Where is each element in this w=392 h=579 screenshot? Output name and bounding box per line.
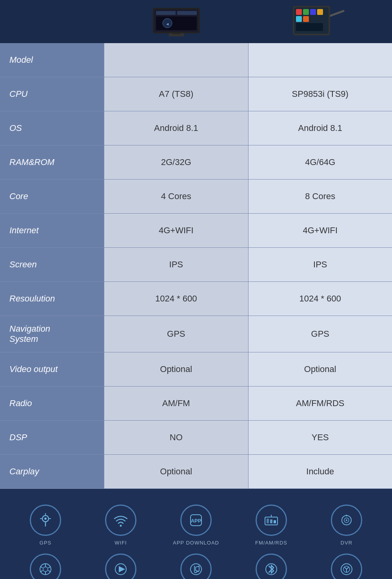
svg-rect-15: [317, 9, 323, 15]
row-value1-radio: AM/FM: [104, 387, 249, 420]
swc-icon-circle: [30, 554, 61, 579]
wifi-icon: [112, 512, 129, 529]
feature-gps: GPS: [14, 505, 77, 546]
comparison-table: Model CPU A7 (TS8) SP9853i (TS9) OS Andr…: [0, 43, 392, 489]
fm-label: FM/AM/RDS: [255, 540, 287, 546]
fm-icon-circle: [256, 505, 287, 536]
video-icon: [112, 561, 129, 578]
row-value1-internet: 4G+WIFI: [104, 214, 249, 247]
row-value1-ram: 2G/32G: [104, 145, 249, 179]
table-row-os: OS Android 8.1 Android 8.1: [0, 111, 392, 145]
row-label-os: OS: [0, 111, 104, 145]
feature-wifi: WIFI: [89, 505, 152, 546]
row-value2-cpu: SP9853i (TS9): [249, 77, 392, 111]
swc-icon: [37, 561, 54, 578]
row-label-core: Core: [0, 180, 104, 213]
table-row-video-output: Video output Optional Optional: [0, 352, 392, 387]
bluetooth-icon-circle: [256, 554, 287, 579]
table-row-dsp: DSP NO YES: [0, 421, 392, 455]
row-label-video-output: Video output: [0, 352, 104, 386]
dvr-icon-circle: [331, 505, 362, 536]
svg-rect-30: [270, 519, 272, 523]
music-icon-circle: [180, 554, 212, 579]
svg-point-38: [43, 567, 48, 572]
product2-image: [289, 4, 352, 39]
row-label-carplay: Carplay: [0, 455, 104, 488]
feature-fm: FM/AM/RDS: [240, 505, 303, 546]
row-label-radio: Radio: [0, 387, 104, 420]
row-value2-internet: 4G+WIFI: [249, 214, 392, 247]
row-value2-carplay: Include: [249, 455, 392, 488]
feature-app: APP APP DOWNLOAD: [165, 505, 227, 546]
svg-rect-4: [156, 11, 176, 15]
row-value2-resolution: 1024 * 600: [249, 282, 392, 316]
table-row-ram: RAM&ROM 2G/32G 4G/64G: [0, 145, 392, 180]
row-value1-resolution: 1024 * 600: [104, 282, 249, 316]
svg-rect-5: [177, 11, 197, 15]
row-value1-dsp: NO: [104, 421, 249, 454]
row-value1-os: Android 8.1: [104, 111, 249, 145]
table-row-core: Core 4 Cores 8 Cores: [0, 180, 392, 214]
row-value1-screen: IPS: [104, 248, 249, 281]
svg-rect-31: [274, 520, 276, 523]
music-icon: [187, 561, 205, 578]
svg-rect-18: [296, 23, 323, 31]
row-value2-ram: 4G/64G: [249, 145, 392, 179]
app-icon-circle: APP: [180, 505, 212, 536]
fm-icon: [263, 512, 280, 529]
row-value2-radio: AM/FM/RDS: [249, 387, 392, 420]
row-label-screen: Screen: [0, 248, 104, 281]
row-value1-navigation: GPS: [104, 316, 249, 352]
feature-tpms: TPMS: [315, 554, 378, 579]
wifi-icon-circle: [105, 505, 136, 536]
feature-music: MUSIC PLAYER: [165, 554, 227, 579]
dvr-label: DVR: [341, 540, 352, 546]
svg-rect-12: [296, 9, 302, 15]
tpms-icon-circle: [331, 554, 362, 579]
feature-bluetooth: BLUETOOTH: [240, 554, 303, 579]
app-icon: APP: [187, 512, 205, 529]
svg-rect-17: [303, 16, 309, 22]
svg-text:APP: APP: [191, 518, 201, 524]
table-row-radio: Radio AM/FM AM/FM/RDS: [0, 387, 392, 421]
row-label-internet: Internet: [0, 214, 104, 247]
header-label-cell: [0, 0, 104, 43]
bluetooth-icon: [263, 561, 280, 578]
row-value2-dsp: YES: [249, 421, 392, 454]
row-label-ram: RAM&ROM: [0, 145, 104, 179]
features-row-2: SWC VIDEO PLAYER MUSIC PLAYER: [8, 554, 384, 579]
svg-text:◀: ◀: [166, 22, 169, 26]
table-row-internet: Internet 4G+WIFI 4G+WIFI: [0, 214, 392, 248]
row-label-navigation: Navigation System: [0, 316, 104, 352]
svg-rect-6: [156, 16, 197, 30]
row-value2-screen: IPS: [249, 248, 392, 281]
svg-point-25: [120, 525, 122, 527]
table-row-cpu: CPU A7 (TS8) SP9853i (TS9): [0, 77, 392, 111]
row-value2-core: 8 Cores: [249, 180, 392, 213]
table-row-navigation: Navigation System GPS GPS: [0, 316, 392, 352]
feature-video: VIDEO PLAYER: [89, 554, 152, 579]
row-label-cpu: CPU: [0, 77, 104, 111]
feature-dvr: DVR: [315, 505, 378, 546]
video-icon-circle: [105, 554, 136, 579]
row-label-resolution: Resoulution: [0, 282, 104, 316]
tpms-icon: [338, 561, 355, 578]
table-row-screen: Screen IPS IPS: [0, 248, 392, 282]
product2-header: [248, 0, 392, 43]
svg-rect-29: [267, 519, 269, 523]
svg-rect-14: [310, 9, 316, 15]
row-value1-carplay: Optional: [104, 455, 249, 488]
app-label: APP DOWNLOAD: [173, 540, 219, 546]
row-value1-video-output: Optional: [104, 352, 249, 386]
row-value2-navigation: GPS: [249, 316, 392, 352]
wifi-label: WIFI: [114, 540, 127, 546]
table-row-model: Model: [0, 43, 392, 77]
table-row-resolution: Resoulution 1024 * 600 1024 * 600: [0, 282, 392, 316]
feature-swc: SWC: [14, 554, 77, 579]
svg-point-20: [44, 517, 47, 520]
gps-label: GPS: [40, 540, 51, 546]
product1-header: ◀: [104, 0, 248, 43]
gps-icon: [37, 512, 54, 529]
gps-icon-circle: [30, 505, 61, 536]
row-value1-core: 4 Cores: [104, 180, 249, 213]
